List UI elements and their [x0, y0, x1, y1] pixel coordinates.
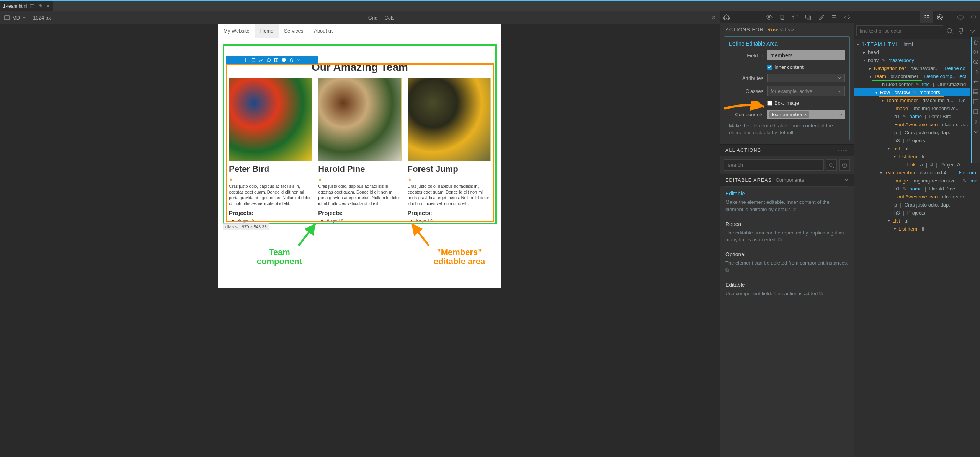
editable-area-item[interactable]: RepeatThe editable area can be repeated … — [725, 217, 848, 247]
eye-icon[interactable] — [763, 11, 776, 23]
trash-icon[interactable] — [972, 37, 980, 47]
tool-icon[interactable] — [274, 57, 279, 63]
tool-icon[interactable] — [251, 57, 256, 63]
tree-node[interactable]: —h3|Projects: — [854, 137, 970, 145]
selection-toolbar[interactable]: ⋮⋮⋮ — [226, 56, 318, 64]
tree-node[interactable]: ▾1-TEAM.HTML html — [854, 40, 970, 48]
page-preview[interactable]: My Website Home Services About us ⋮⋮⋮ — [218, 24, 501, 288]
team-member-card[interactable]: Harold Pine ★ Cras justo odio, dapibus a… — [315, 78, 404, 228]
code-icon[interactable] — [841, 11, 854, 23]
team-member-card[interactable]: Peter Bird ★ Cras justo odio, dapibus ac… — [226, 78, 315, 228]
team-member-card[interactable]: Forest Jump ★ Cras justo odio, dapibus a… — [405, 78, 494, 228]
tree-node[interactable]: —h1✎name|Harold Pine — [854, 185, 970, 193]
close-icon[interactable]: × — [46, 3, 50, 10]
actions-search-input[interactable] — [724, 159, 824, 171]
tree-node[interactable]: ▾Team member div.col-md-4... Use com — [854, 169, 970, 177]
wordpress-icon[interactable] — [933, 11, 946, 23]
bck-image-checkbox[interactable] — [767, 101, 772, 106]
tree-node[interactable]: —Image img.img-responsive... — [854, 104, 970, 112]
thumbs-down-icon[interactable] — [956, 25, 966, 36]
project-link[interactable]: Project A — [416, 218, 433, 223]
chevron-down-icon[interactable] — [297, 58, 301, 62]
classes-select[interactable]: for example, active, — [767, 86, 845, 96]
site-brand[interactable]: My Website — [218, 28, 255, 34]
drag-handle-icon[interactable]: ⋮⋮⋮ — [228, 58, 241, 62]
tree-node[interactable]: ▸Navigation bar nav.navbar... Define co — [854, 64, 970, 72]
tool-icon[interactable] — [281, 57, 287, 63]
film-icon[interactable] — [972, 87, 980, 97]
all-actions-header[interactable]: ALL ACTIONS ⋯⋯ — [720, 144, 854, 156]
cols-toggle[interactable]: Cols — [384, 15, 394, 21]
eye-icon[interactable] — [954, 11, 967, 23]
list-icon[interactable] — [828, 11, 841, 23]
arrow-left-icon[interactable] — [972, 77, 980, 87]
drag-handle-icon[interactable]: ⋯⋯ — [838, 148, 848, 153]
nav-link[interactable]: Services — [279, 24, 309, 38]
tree-node[interactable]: ▾List Item li — [854, 225, 970, 233]
tree-node[interactable]: —h3|Projects: — [854, 209, 970, 217]
search-icon[interactable] — [826, 159, 837, 171]
code-icon[interactable] — [967, 11, 980, 23]
chevron-down-icon[interactable] — [972, 127, 980, 137]
tree-node[interactable]: ▾Team member div.col-md-4... De — [854, 96, 970, 104]
tree-node-selected[interactable]: ▾Row div.row✎members — [854, 88, 970, 96]
copy-icon[interactable] — [776, 11, 789, 23]
collapse-icon[interactable] — [968, 25, 978, 36]
chevron-right-icon[interactable] — [972, 117, 980, 127]
tree-node[interactable]: —Link a|#|Project A — [854, 161, 970, 169]
project-link[interactable]: Project A — [327, 218, 343, 223]
project-link[interactable]: Project A — [237, 218, 254, 223]
field-id-input[interactable] — [767, 50, 845, 60]
remove-tag-icon[interactable]: × — [804, 112, 807, 117]
tree-node[interactable]: —h1.text-center✎title|Our Amazing — [854, 80, 970, 88]
inner-content-checkbox[interactable] — [767, 65, 772, 70]
nav-link[interactable]: About us — [309, 24, 339, 38]
attributes-select[interactable] — [767, 74, 845, 82]
define-editable-area-link[interactable]: Define Editable Area — [729, 41, 778, 47]
members-row[interactable]: Peter Bird ★ Cras justo odio, dapibus ac… — [218, 78, 501, 228]
tree-node[interactable]: —p|Cras justo odio, dap... — [854, 201, 970, 209]
help-icon[interactable]: ? — [839, 159, 850, 171]
tree-search-input[interactable] — [856, 25, 943, 36]
tool-icon[interactable] — [258, 57, 264, 63]
box-icon[interactable] — [972, 107, 980, 117]
tree-node[interactable]: ▾List ul — [854, 217, 970, 225]
tree-node[interactable]: ▸head — [854, 48, 970, 56]
sliders-icon[interactable] — [789, 11, 802, 23]
components-select[interactable]: team.member× — [767, 110, 845, 119]
component-tag[interactable]: team.member× — [769, 111, 809, 118]
tree-node[interactable]: —Image img.img-responsive...✎ima — [854, 177, 970, 185]
stack-icon[interactable] — [802, 11, 815, 23]
editable-area-item[interactable]: EditableUse component field. This action… — [725, 278, 848, 301]
search-icon[interactable] — [945, 25, 955, 36]
tree-node[interactable]: —Font Awesome icon i.fa.fa-star... — [854, 193, 970, 201]
editable-areas-header[interactable]: EDITABLE AREAS Components — [720, 174, 854, 186]
tree-node[interactable]: —p|Cras justo odio, dap... — [854, 128, 970, 137]
file-tab[interactable]: 1-team.html × — [0, 1, 53, 11]
svg-rect-20 — [974, 110, 978, 114]
puzzle-icon[interactable] — [720, 11, 733, 23]
trash-icon[interactable] — [289, 57, 294, 63]
tool-icon[interactable] — [243, 57, 248, 63]
brush-icon[interactable] — [815, 11, 828, 23]
eye-off-icon[interactable] — [972, 57, 980, 67]
editable-area-item[interactable]: EditableMake the element editable. Inner… — [725, 186, 848, 216]
breakpoint-select[interactable]: MD — [4, 15, 26, 21]
nav-link[interactable]: Home — [255, 24, 279, 38]
target-icon[interactable] — [972, 47, 980, 57]
layout-icon[interactable] — [972, 97, 980, 107]
grid-toggle[interactable]: Grid — [368, 15, 378, 21]
tree-node[interactable]: —Font Awesome icon i.fa.fa-star... — [854, 120, 970, 128]
tree-node[interactable]: ▾List Item li — [854, 153, 970, 161]
tree-node[interactable]: ▾Team div.container Define comp., Secti — [854, 72, 970, 80]
svg-text:?: ? — [844, 163, 846, 167]
tree-node[interactable]: ▾List ul — [854, 145, 970, 153]
close-icon[interactable]: × — [712, 14, 716, 22]
arrow-right-icon[interactable] — [972, 67, 980, 77]
dom-tree[interactable]: ▾1-TEAM.HTML html ▸head ▾body✎masterbody… — [854, 39, 980, 457]
tree-node[interactable]: ▾body✎masterbody — [854, 56, 970, 64]
tree-icon[interactable] — [920, 11, 933, 23]
tree-node[interactable]: —h1✎name|Peter Bird — [854, 112, 970, 120]
tool-icon[interactable] — [266, 57, 271, 63]
editable-area-item[interactable]: OptionalThe element can be deleted from … — [725, 247, 848, 277]
